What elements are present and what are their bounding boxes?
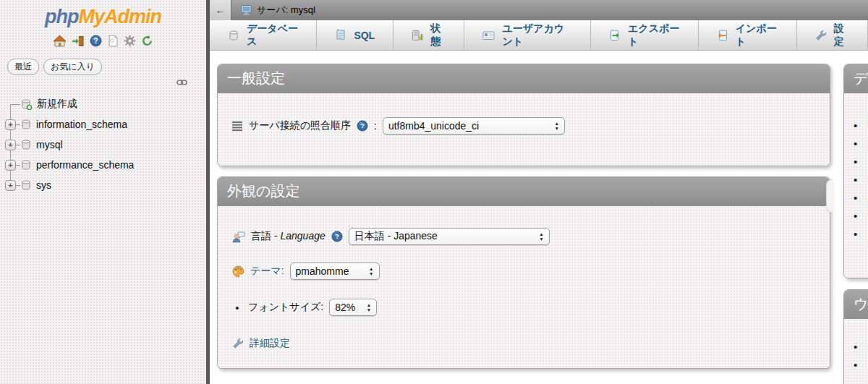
tree-item-label[interactable]: mysql xyxy=(36,139,63,150)
tree-item-performance-schema[interactable]: + performance_schema xyxy=(0,155,206,175)
recents-button[interactable]: 最近 xyxy=(7,59,39,75)
appearance-settings-panel: 外観の設定 言語 - Language ? 日本語 - Japanese xyxy=(217,176,830,369)
tab-import[interactable]: インポート xyxy=(699,20,797,50)
svg-text:?: ? xyxy=(335,232,339,240)
tree-item-label: 新規作成 xyxy=(37,98,77,111)
sql-icon xyxy=(335,29,346,41)
select-arrows-icon xyxy=(529,231,543,242)
docs-icon[interactable] xyxy=(107,35,119,47)
list-bullet: • xyxy=(854,210,868,228)
wrench-icon xyxy=(232,338,244,349)
expand-plus-icon[interactable]: + xyxy=(5,180,16,191)
language-label: 言語 - Language xyxy=(251,230,326,243)
right-column: デ • • • • • • • ウ • • xyxy=(843,51,868,384)
tab-sql[interactable]: SQL xyxy=(317,20,393,50)
list-bullet: • xyxy=(854,341,868,359)
language-row: 言語 - Language ? 日本語 - Japanese xyxy=(232,228,815,245)
tree-item-label[interactable]: sys xyxy=(36,179,51,191)
home-icon[interactable] xyxy=(53,35,67,47)
expand-plus-icon[interactable]: + xyxy=(5,140,16,150)
tree-item-label[interactable]: performance_schema xyxy=(36,159,134,171)
server-title-text: サーバ: mysql xyxy=(257,4,315,17)
select-arrows-icon xyxy=(357,302,371,313)
tab-status[interactable]: 状態 xyxy=(393,20,464,50)
tree-item-mysql[interactable]: + mysql xyxy=(0,135,206,155)
colon: : xyxy=(374,120,377,132)
tab-user-accounts[interactable]: ユーザアカウント xyxy=(464,20,591,50)
tree-item-information-schema[interactable]: + information_schema xyxy=(0,114,206,135)
more-settings-row: 詳細設定 xyxy=(232,335,815,352)
svg-text:?: ? xyxy=(360,121,365,129)
tab-bar: データベース SQL 状態 ユーザアカウント xyxy=(210,20,868,51)
tab-settings[interactable]: 設定 xyxy=(797,20,868,50)
list-bullet: • xyxy=(854,137,868,155)
font-size-label: フォントサイズ: xyxy=(248,301,323,314)
logout-icon[interactable] xyxy=(72,35,85,47)
tree-item-new-database[interactable]: 新規作成 xyxy=(0,94,206,114)
breadcrumb: サーバ: mysql xyxy=(240,4,315,17)
panel-collapse-handle[interactable] xyxy=(826,179,833,213)
list-bullet: • xyxy=(854,174,868,192)
expand-plus-icon[interactable]: + xyxy=(5,119,16,130)
panel-title: デ xyxy=(844,64,868,93)
font-size-row: • フォントサイズ: 82% xyxy=(232,299,815,316)
theme-label[interactable]: テーマ: xyxy=(250,265,284,278)
phpmyadmin-logo[interactable]: phpMyAdmin xyxy=(0,6,206,28)
more-settings-link[interactable]: 詳細設定 xyxy=(250,337,290,350)
select-arrows-icon xyxy=(544,121,558,132)
main-area: ← サーバ: mysql データベース SQL xyxy=(210,0,868,384)
svg-text:?: ? xyxy=(93,37,98,45)
list-bullet: • xyxy=(854,192,868,210)
database-tree: 新規作成 + information_schema + mysql + xyxy=(0,94,206,195)
panel-title: ウ xyxy=(844,290,868,319)
export-icon xyxy=(609,30,621,41)
database-icon xyxy=(20,159,32,171)
main-column: 一般設定 サーバ接続の照合順序 ? : utf8 xyxy=(217,51,830,384)
font-size-select[interactable]: 82% xyxy=(329,299,377,316)
gear-icon[interactable] xyxy=(124,35,136,47)
server-icon xyxy=(240,4,252,16)
list-bullet: • xyxy=(232,302,242,314)
navigation-sidebar: phpMyAdmin ? 最近 お気に入り xyxy=(0,0,206,384)
server-breadcrumb-bar: ← サーバ: mysql xyxy=(210,0,868,20)
select-arrows-icon xyxy=(359,266,373,277)
tree-connector xyxy=(5,99,16,110)
database-icon xyxy=(20,179,32,191)
language-icon xyxy=(232,231,245,243)
panel-title: 外観の設定 xyxy=(218,177,830,206)
wrench-icon xyxy=(815,30,827,41)
new-database-icon xyxy=(20,98,33,111)
collation-label: サーバ接続の照合順序 xyxy=(249,119,351,132)
tab-export[interactable]: エクスポート xyxy=(591,20,699,50)
collation-icon xyxy=(232,121,243,132)
language-select[interactable]: 日本語 - Japanese xyxy=(349,228,550,245)
list-bullet: • xyxy=(854,155,868,174)
logo-myadmin: MyAdmin xyxy=(78,6,161,27)
favorites-button[interactable]: お気に入り xyxy=(43,59,102,75)
expand-plus-icon[interactable]: + xyxy=(5,160,16,171)
help-icon[interactable]: ? xyxy=(331,231,343,242)
list-bullet: • xyxy=(854,228,868,246)
panel-title: 一般設定 xyxy=(218,64,830,93)
general-settings-panel: 一般設定 サーバ接続の照合順序 ? : utf8 xyxy=(217,64,830,166)
theme-select[interactable]: pmahomme xyxy=(290,263,380,280)
refresh-icon[interactable] xyxy=(141,35,153,47)
tree-item-label[interactable]: information_schema xyxy=(36,119,127,130)
web-server-panel: ウ • • xyxy=(843,289,868,384)
help-icon[interactable]: ? xyxy=(90,35,102,47)
logo-php: php xyxy=(45,6,78,27)
user-accounts-icon xyxy=(482,30,495,41)
back-button[interactable]: ← xyxy=(210,0,231,20)
list-bullet: • xyxy=(854,119,868,137)
theme-row: テーマ: pmahomme xyxy=(232,263,815,280)
palette-icon xyxy=(232,265,244,278)
tree-item-sys[interactable]: + sys xyxy=(0,175,206,195)
sidebar-quickbar: 最近 お気に入り xyxy=(7,59,206,75)
database-icon xyxy=(20,139,32,150)
help-icon[interactable]: ? xyxy=(357,120,368,132)
link-icon[interactable] xyxy=(176,78,187,87)
status-icon xyxy=(412,30,423,41)
list-bullet: • xyxy=(854,359,868,377)
tab-databases[interactable]: データベース xyxy=(210,20,317,50)
collation-select[interactable]: utf8mb4_unicode_ci xyxy=(383,117,565,135)
